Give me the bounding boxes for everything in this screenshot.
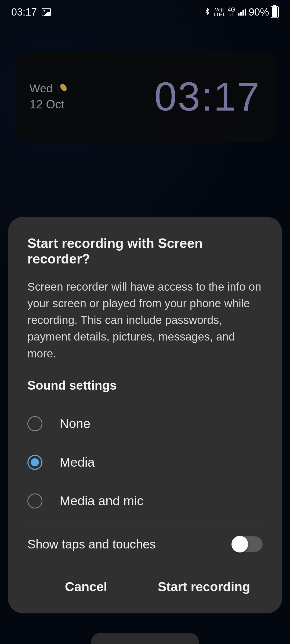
dialog-title: Start recording with Screen recorder?	[27, 236, 263, 267]
screen-recorder-dialog: Start recording with Screen recorder? Sc…	[8, 217, 282, 613]
battery-icon	[271, 6, 279, 18]
radio-label: Media and mic	[60, 493, 143, 508]
dialog-buttons: Cancel Start recording	[27, 572, 263, 602]
mobile-data-icon: 4G ↓↑	[228, 7, 235, 17]
cancel-button[interactable]: Cancel	[27, 579, 145, 594]
toggle-label: Show taps and touches	[27, 537, 156, 551]
sound-settings-heading: Sound settings	[27, 378, 263, 393]
app-drawer-hint[interactable]	[91, 633, 199, 644]
clock-date: 12 Oct	[30, 98, 67, 111]
screenshot-icon	[42, 8, 51, 16]
radio-icon	[27, 493, 42, 508]
sound-option-media-and-mic[interactable]: Media and mic	[27, 482, 263, 520]
radio-label: None	[60, 416, 90, 431]
battery-percent: 90%	[249, 6, 269, 18]
clock-widget[interactable]: Wed 12 Oct 03:17	[15, 51, 275, 142]
signal-icon	[238, 9, 246, 16]
sound-option-media[interactable]: Media	[27, 443, 263, 482]
moon-icon	[57, 83, 67, 94]
status-time: 03:17	[11, 6, 37, 18]
dialog-description: Screen recorder will have access to the …	[27, 279, 263, 362]
radio-label: Media	[60, 455, 95, 470]
clock-day: Wed	[30, 82, 53, 95]
show-taps-toggle[interactable]	[232, 536, 263, 552]
show-taps-row[interactable]: Show taps and touches	[27, 525, 263, 563]
radio-icon	[27, 416, 42, 431]
volte-icon: Vo)) LTE1	[214, 7, 225, 17]
start-recording-button[interactable]: Start recording	[145, 579, 263, 594]
sound-option-none[interactable]: None	[27, 404, 263, 443]
bluetooth-icon	[204, 6, 211, 18]
status-bar: 03:17 Vo)) LTE1 4G ↓↑ 90%	[0, 0, 290, 24]
clock-time: 03:17	[154, 74, 260, 120]
radio-icon	[27, 455, 42, 470]
sound-options-list: None Media Media and mic	[27, 404, 263, 520]
